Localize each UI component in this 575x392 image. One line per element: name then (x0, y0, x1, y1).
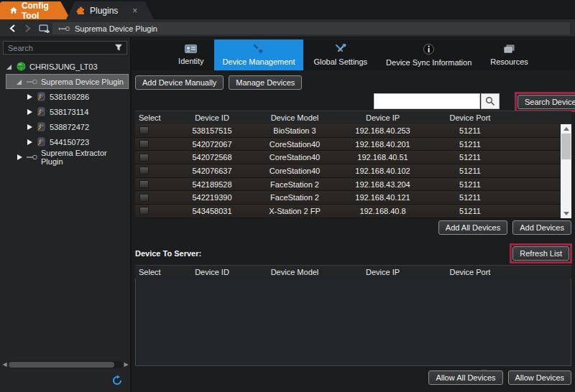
row-select-checkbox[interactable] (139, 180, 149, 188)
vscroll-thumb[interactable] (561, 134, 571, 159)
table-row[interactable]: 543458031X-Station 2 FP192.168.40.851211 (135, 205, 571, 218)
tab-label: Device Management (223, 57, 295, 66)
tab-plugins[interactable]: Plugins × (66, 1, 154, 19)
add-all-devices-button[interactable]: Add All Devices (438, 220, 507, 235)
manage-devices-button[interactable]: Manage Devices (229, 75, 302, 90)
tree-item-538872472[interactable]: 538872472 (0, 119, 130, 134)
cell-device-port: 51211 (428, 153, 512, 162)
device-tools-icon (253, 44, 264, 55)
tab-resources[interactable]: Resources (482, 39, 537, 70)
scroll-down-icon[interactable] (561, 209, 571, 218)
allow-all-devices-button[interactable]: Allow All Devices (428, 370, 502, 385)
tab-config-tool-label: Config Tool (22, 1, 60, 21)
cell-device-model: CoreStation40 (252, 167, 338, 175)
home-icon (10, 6, 17, 14)
table-row[interactable]: 542219390FaceStation 2192.168.40.1215121… (135, 191, 571, 205)
cell-device-id: 542072067 (172, 140, 252, 149)
add-device-manually-button[interactable]: Add Device Manually (135, 75, 224, 90)
row-select-checkbox[interactable] (139, 167, 149, 174)
row-select-checkbox[interactable] (139, 194, 149, 202)
add-devices-button[interactable]: Add Devices (512, 220, 571, 235)
tree-item-suprema-extractor-plugin[interactable]: Suprema Extractor Plugin (0, 149, 130, 164)
tab-global-settings[interactable]: Global Settings (305, 39, 376, 70)
tree-item-538173114[interactable]: 538173114 (0, 104, 130, 119)
table-vertical-scrollbar[interactable] (561, 124, 571, 218)
tab-config-tool[interactable]: Config Tool (0, 1, 70, 19)
column-header-select: Select (135, 268, 172, 276)
table-row[interactable]: 542072067CoreStation40192.168.40.2015121… (135, 138, 571, 151)
scroll-left-icon[interactable]: ◀ (1, 360, 8, 369)
cell-device-model: FaceStation 2 (252, 193, 338, 202)
table-row[interactable]: 538157515BioStation 3192.168.40.25351211 (135, 124, 571, 138)
scroll-right-icon[interactable]: ▶ (123, 360, 129, 369)
tab-label: Resources (490, 57, 528, 66)
identity-card-icon (185, 45, 197, 55)
cell-device-model: CoreStation40 (252, 153, 338, 162)
tab-label: Device Sync Information (386, 58, 472, 67)
device-icon (37, 92, 46, 101)
row-select-checkbox[interactable] (139, 140, 149, 148)
device-to-server-label: Device To Server: (135, 249, 201, 258)
caret-collapsed-icon[interactable] (26, 123, 33, 131)
cell-device-ip: 192.168.40.8 (338, 207, 428, 215)
table-row[interactable]: 542072568CoreStation40192.168.40.5151211 (135, 151, 571, 164)
tree-item-544150723[interactable]: 544150723 (0, 134, 130, 149)
plugin-icon (27, 79, 37, 85)
cell-device-model: CoreStation40 (252, 140, 338, 149)
scroll-up-icon[interactable] (561, 124, 571, 134)
caret-collapsed-icon[interactable] (16, 154, 23, 161)
filter-funnel-icon[interactable] (114, 43, 123, 52)
breadcrumb[interactable]: Suprema Device Plugin (52, 22, 571, 35)
caret-collapsed-icon[interactable] (26, 139, 33, 146)
hscroll-thumb[interactable] (9, 362, 114, 368)
refresh-list-annotation: Refresh List (510, 243, 572, 263)
sidebar-refresh-icon[interactable] (111, 375, 123, 386)
layers-icon (504, 45, 515, 55)
table-row[interactable]: 542189528FaceStation 2192.168.43.2045121… (135, 178, 571, 192)
column-header-device-id: Device ID (172, 268, 252, 276)
close-tab-icon[interactable]: × (132, 6, 137, 16)
caret-collapsed-icon[interactable] (26, 108, 33, 116)
cell-device-id: 542076637 (172, 167, 252, 175)
tree-item-chrisjung-lt03[interactable]: CHRISJUNG_LT03 (0, 59, 130, 74)
tree-item-538169286[interactable]: 538169286 (0, 89, 130, 104)
caret-expanded-icon[interactable] (6, 63, 13, 70)
cell-device-port: 51211 (428, 193, 512, 202)
allow-devices-button[interactable]: Allow Devices (508, 370, 571, 385)
puzzle-icon (76, 6, 86, 15)
breadcrumb-label: Suprema Device Plugin (75, 24, 157, 33)
sidebar-horizontal-scrollbar[interactable]: ◀ ▶ (1, 360, 129, 369)
column-header-device-port: Device Port (428, 113, 512, 122)
row-select-checkbox[interactable] (139, 126, 149, 134)
search-magnifier-button[interactable] (481, 93, 500, 109)
plugin-node-icon (58, 26, 70, 32)
sidebar-search-input[interactable] (4, 44, 114, 52)
search-devices-button[interactable]: Search Devices (518, 95, 575, 109)
tab-device-sync-information[interactable]: Device Sync Information (377, 39, 480, 70)
table-row[interactable]: 542076637CoreStation40192.168.40.1025121… (135, 164, 571, 178)
caret-expanded-icon[interactable] (16, 78, 23, 85)
tree-item-suprema-device-plugin[interactable]: Suprema Device Plugin (0, 74, 130, 89)
add-buttons-row: Add All Devices Add Devices (438, 220, 571, 235)
column-header-device-port: Device Port (428, 268, 512, 276)
info-icon (423, 44, 434, 56)
tab-device-management[interactable]: Device Management (214, 39, 304, 70)
tree-item-label: 538169286 (50, 93, 89, 101)
column-header-device-ip: Device IP (338, 113, 428, 122)
refresh-list-button[interactable]: Refresh List (512, 246, 569, 261)
back-button[interactable] (4, 21, 20, 35)
row-select-checkbox[interactable] (139, 207, 149, 215)
caret-collapsed-icon[interactable] (26, 93, 33, 101)
navigation-bar: Suprema Device Plugin (0, 19, 575, 37)
tab-label: Global Settings (313, 57, 367, 66)
tab-identity[interactable]: Identity (170, 39, 212, 70)
open-window-icon[interactable] (36, 21, 52, 35)
device-search-input[interactable] (374, 93, 480, 109)
row-select-checkbox[interactable] (139, 154, 149, 162)
cell-device-ip: 192.168.43.204 (338, 180, 428, 189)
device-icon (37, 137, 46, 146)
cell-device-id: 542219390 (172, 193, 252, 202)
column-header-device-model: Device Model (252, 113, 338, 122)
forward-button[interactable] (20, 21, 36, 35)
cell-device-id: 543458031 (172, 207, 252, 215)
